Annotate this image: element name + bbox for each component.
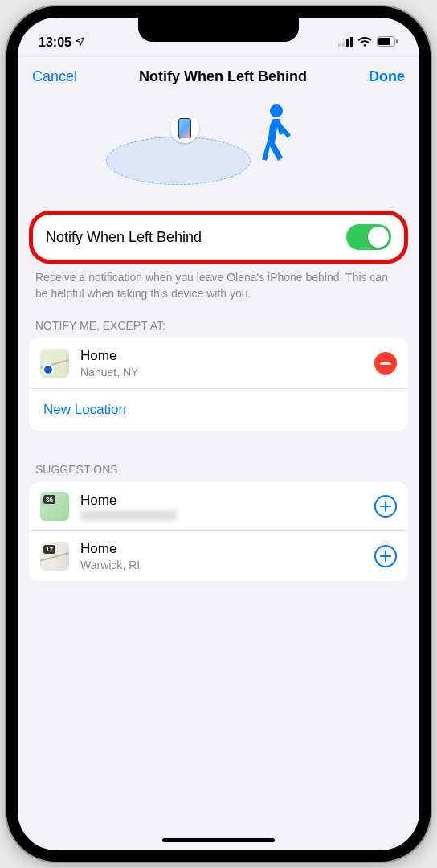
exception-subtitle: Nanuet, NY	[80, 366, 363, 379]
suggestion-subtitle: Warwick, RI	[80, 559, 363, 571]
remove-exception-button[interactable]	[374, 352, 397, 375]
suggestion-item[interactable]: 36 Home	[29, 482, 408, 531]
phone-screen: 13:05 Cancel Notify When Left Behind	[18, 18, 419, 850]
battery-icon	[377, 35, 398, 50]
exception-title: Home	[80, 348, 363, 364]
svg-rect-3	[350, 37, 353, 47]
wifi-icon	[357, 35, 372, 50]
svg-rect-2	[346, 39, 349, 47]
exception-text: Home Nanuet, NY	[80, 348, 363, 379]
exception-item[interactable]: Home Nanuet, NY	[29, 338, 408, 389]
add-suggestion-button[interactable]	[374, 545, 397, 567]
notify-toggle-card: Notify When Left Behind	[29, 211, 408, 264]
map-thumb-icon	[40, 349, 69, 378]
mini-phone-icon	[178, 118, 191, 139]
svg-rect-5	[378, 38, 390, 45]
suggestion-text: Home Warwick, RI	[80, 541, 363, 571]
page-title: Notify When Left Behind	[139, 68, 307, 85]
svg-rect-8	[380, 362, 391, 365]
svg-point-7	[270, 104, 283, 117]
map-thumb-icon: 17	[40, 542, 69, 571]
suggestions-card: 36 Home 17 Home Warwick, RI	[29, 482, 408, 581]
suggestion-item[interactable]: 17 Home Warwick, RI	[29, 531, 408, 581]
svg-rect-6	[396, 39, 398, 43]
status-time-area: 13:05	[39, 35, 85, 50]
map-thumb-icon: 36	[40, 492, 69, 521]
suggestions-header: Suggestions	[18, 445, 419, 482]
hero-illustration	[18, 95, 419, 199]
toggle-description: Receive a notification when you leave Ol…	[18, 270, 419, 301]
suggestion-subtitle-redacted	[80, 510, 177, 521]
svg-rect-1	[342, 42, 345, 47]
suggestion-title: Home	[80, 541, 363, 557]
toggle-label: Notify When Left Behind	[46, 229, 202, 246]
geofence-ellipse	[106, 137, 251, 185]
exceptions-header: Notify Me, Except At:	[18, 301, 419, 338]
home-indicator[interactable]	[162, 838, 275, 842]
cancel-button[interactable]: Cancel	[32, 68, 77, 85]
exceptions-card: Home Nanuet, NY New Location	[29, 338, 408, 431]
location-arrow-icon	[75, 36, 85, 49]
status-right	[338, 35, 398, 50]
nav-bar: Cancel Notify When Left Behind Done	[18, 56, 419, 95]
device-pin-icon	[170, 114, 199, 143]
status-time: 13:05	[39, 35, 71, 50]
walking-person-icon	[251, 103, 299, 167]
suggestion-text: Home	[80, 493, 363, 521]
phone-frame: 13:05 Cancel Notify When Left Behind	[6, 6, 431, 862]
new-location-button[interactable]: New Location	[29, 389, 408, 431]
suggestion-title: Home	[80, 493, 363, 509]
svg-rect-0	[338, 43, 341, 47]
done-button[interactable]: Done	[369, 68, 405, 85]
cellular-icon	[338, 35, 353, 50]
notify-toggle-switch[interactable]	[346, 224, 391, 250]
map-route-label: 36	[43, 495, 55, 504]
notch	[138, 18, 299, 42]
add-suggestion-button[interactable]	[374, 495, 397, 518]
map-route-label: 17	[43, 545, 55, 554]
